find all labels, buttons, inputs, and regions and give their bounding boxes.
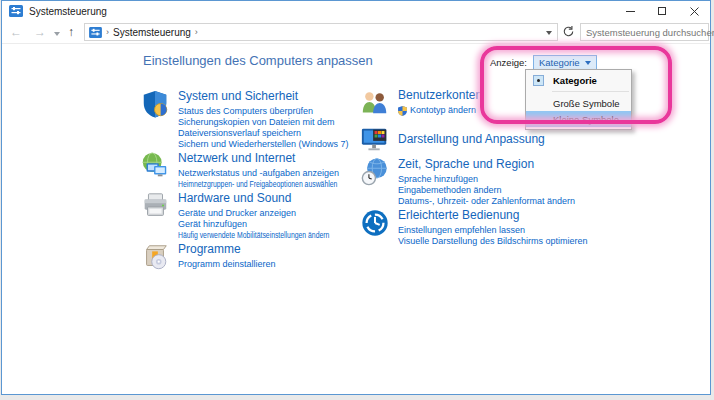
task-link[interactable]: Visuelle Darstellung des Bildschirms opt…: [398, 236, 587, 247]
display-icon: [360, 124, 390, 154]
control-panel-window: Systemsteuerung ← → ↑ › Systemsteuerung: [1, 0, 711, 395]
back-icon[interactable]: ←: [10, 26, 22, 38]
task-link[interactable]: Status des Computers überprüfen: [178, 106, 376, 117]
task-link[interactable]: Netzwerkstatus und -aufgaben anzeigen: [178, 168, 388, 179]
task-link[interactable]: Programm deinstallieren: [178, 259, 276, 270]
category-user-accounts: Benutzerkonten Kontotyp ändern: [360, 88, 482, 118]
users-icon: [360, 88, 390, 118]
printer-icon: [140, 191, 170, 221]
category-title[interactable]: Erleichterte Bedienung: [398, 208, 587, 222]
forward-icon[interactable]: →: [34, 26, 46, 38]
task-link[interactable]: Heimnetzgruppen- und Freigabeoptionen au…: [178, 179, 337, 190]
category-network-internet: Netzwerk und Internet Netzwerkstatus und…: [140, 151, 388, 190]
menu-separator: [552, 91, 629, 92]
task-link[interactable]: Sprache hinzufügen: [398, 174, 575, 185]
refresh-icon: [562, 25, 575, 38]
title-bar: Systemsteuerung: [2, 1, 710, 21]
task-link[interactable]: Häufig verwendete Mobilitätseinstellunge…: [178, 230, 329, 241]
navigation-bar: ← → ↑ › Systemsteuerung ›: [2, 21, 710, 44]
menu-item-kategorie[interactable]: Kategorie: [526, 72, 631, 88]
view-by-control: Anzeige: Kategorie: [490, 55, 597, 70]
selected-bullet-icon: [533, 75, 544, 86]
category-title[interactable]: Hardware und Sound: [178, 191, 377, 205]
window-title: Systemsteuerung: [29, 6, 107, 17]
menu-item-grosse-symbole[interactable]: Große Symbole: [526, 95, 631, 111]
category-system-security: System und Sicherheit Status des Compute…: [140, 89, 376, 150]
desktop: Systemsteuerung ← → ↑ › Systemsteuerung: [0, 0, 714, 400]
task-link[interactable]: Eingabemethoden ändern: [398, 185, 575, 196]
close-button[interactable]: [678, 1, 710, 21]
task-link[interactable]: Kontotyp ändern: [398, 105, 482, 116]
view-by-dropdown[interactable]: Kategorie: [533, 55, 597, 70]
maximize-button[interactable]: [646, 1, 678, 21]
category-title[interactable]: Benutzerkonten: [398, 88, 482, 102]
view-by-value: Kategorie: [539, 57, 580, 68]
maximize-icon: [658, 7, 666, 15]
software-box-icon: [140, 242, 170, 272]
ease-of-access-icon: [360, 208, 390, 238]
network-globe-icon: [140, 151, 170, 181]
category-appearance: Darstellung und Anpassung: [360, 124, 545, 154]
task-link[interactable]: Einstellungen empfehlen lassen: [398, 225, 587, 236]
category-title[interactable]: System und Sicherheit: [178, 89, 376, 103]
minimize-button[interactable]: [614, 1, 646, 21]
task-link[interactable]: Datums-, Uhrzeit- oder Zahlenformat ände…: [398, 196, 575, 207]
security-shield-icon: [140, 89, 170, 119]
view-by-label: Anzeige:: [490, 57, 527, 68]
breadcrumb[interactable]: Systemsteuerung: [113, 27, 191, 38]
category-title[interactable]: Netzwerk und Internet: [178, 151, 388, 165]
close-icon: [690, 7, 699, 16]
category-ease-of-access: Erleichterte Bedienung Einstellungen emp…: [360, 208, 587, 247]
task-link[interactable]: Geräte und Drucker anzeigen: [178, 208, 377, 219]
view-by-menu: Kategorie Große Symbole Kleine Symbole: [525, 69, 632, 130]
clock-globe-icon: [360, 157, 390, 187]
category-title[interactable]: Programme: [178, 242, 276, 256]
uac-shield-icon: [398, 106, 407, 116]
content-area: Einstellungen des Computers anpassen Anz…: [2, 44, 710, 394]
category-title[interactable]: Darstellung und Anpassung: [398, 132, 545, 146]
minimize-icon: [626, 11, 635, 12]
menu-item-kleine-symbole[interactable]: Kleine Symbole: [526, 111, 631, 127]
refresh-button[interactable]: [562, 25, 575, 38]
task-link[interactable]: Sicherungskopien von Dateien mit dem Dat…: [178, 117, 376, 139]
control-panel-icon: [89, 27, 102, 38]
up-icon[interactable]: ↑: [68, 26, 74, 38]
breadcrumb-separator: ›: [106, 27, 109, 37]
history-chevron-down-icon[interactable]: [54, 32, 60, 36]
address-chevron-down-icon[interactable]: [546, 31, 552, 35]
search-input[interactable]: [581, 27, 714, 38]
category-programs: Programme Programm deinstallieren: [140, 242, 276, 272]
chevron-down-icon: [585, 61, 591, 65]
category-title[interactable]: Zeit, Sprache und Region: [398, 157, 575, 171]
address-bar[interactable]: › Systemsteuerung ›: [84, 23, 558, 41]
search-box: [580, 23, 709, 41]
task-link[interactable]: Gerät hinzufügen: [178, 219, 377, 230]
breadcrumb-separator[interactable]: ›: [195, 27, 198, 37]
category-clock-region: Zeit, Sprache und Region Sprache hinzufü…: [360, 157, 575, 207]
category-hardware-sound: Hardware und Sound Geräte und Drucker an…: [140, 191, 377, 241]
page-title: Einstellungen des Computers anpassen: [143, 53, 373, 68]
control-panel-icon: [9, 5, 23, 17]
task-link[interactable]: Sichern und Wiederherstellen (Windows 7): [178, 139, 376, 150]
